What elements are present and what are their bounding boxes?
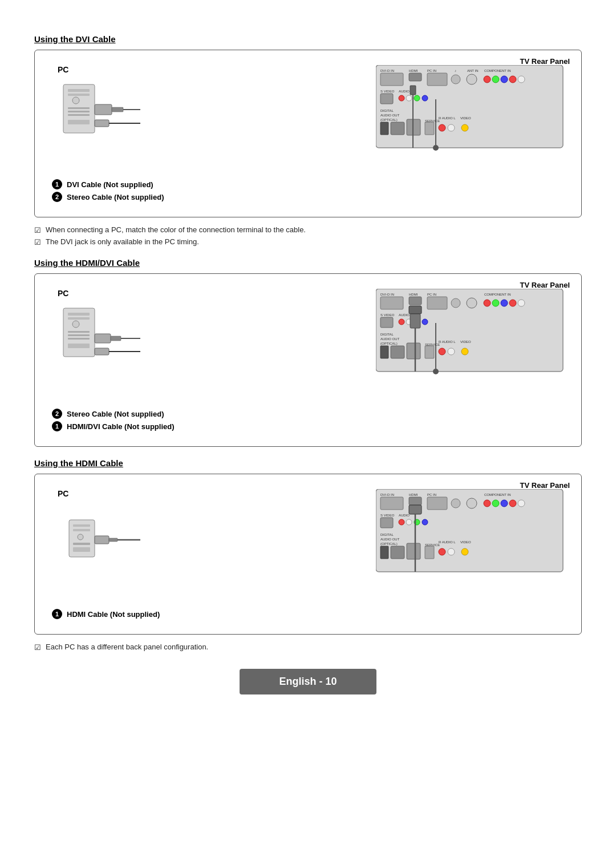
svg-point-100 [448,348,455,355]
hdmi-dvi-pc-illustration [52,302,143,394]
dvi-pc-label: PC [58,65,68,74]
svg-point-89 [422,319,428,325]
svg-rect-103 [410,314,420,328]
svg-rect-111 [73,543,90,545]
svg-text:S VIDEO: S VIDEO [380,514,395,517]
svg-rect-8 [95,104,112,115]
svg-point-134 [399,519,404,525]
svg-point-86 [399,319,404,325]
dvi-note-2: ☑ The DVI jack is only available in the … [34,237,582,247]
svg-point-36 [422,95,428,101]
svg-point-137 [422,519,428,525]
svg-text:AUDIO: AUDIO [399,90,410,93]
dvi-cable-2-text: Stereo Cable (Not supplied) [67,193,164,201]
svg-rect-95 [407,343,420,359]
svg-point-130 [518,500,525,507]
svg-text:HDMI: HDMI [409,69,418,72]
svg-rect-112 [73,547,90,552]
svg-point-3 [72,97,79,104]
svg-point-35 [414,95,420,101]
svg-point-124 [467,498,477,508]
svg-rect-9 [112,107,123,112]
svg-rect-94 [391,346,404,358]
hdmi-pc-illustration [52,503,143,594]
svg-rect-2 [68,94,90,96]
svg-point-135 [406,519,412,525]
svg-point-27 [501,76,508,83]
svg-point-47 [448,124,455,131]
svg-text:DVI-D IN: DVI-D IN [380,69,394,72]
dvi-note-2-text: The DVI jack is only available in the PC… [46,237,199,246]
footer-bar: English - 10 [240,669,376,694]
hdmi-dvi-cable-labels: 2 Stereo Cable (Not supplied) 1 HDMI/DVI… [46,405,570,437]
svg-text:R  AUDIO  L: R AUDIO L [439,116,456,120]
svg-point-110 [78,534,83,540]
hdmi-diagram-content: PC DVI-D IN [46,483,570,600]
svg-rect-97 [425,346,434,358]
svg-rect-114 [109,538,117,542]
svg-rect-62 [95,334,111,343]
svg-rect-69 [380,297,403,309]
hdmi-note-1-text: Each PC has a different back panel confi… [46,643,208,651]
svg-text:AUDIO OUT: AUDIO OUT [380,337,400,341]
svg-point-26 [492,76,499,83]
svg-point-123 [451,499,460,508]
svg-point-20 [451,75,460,84]
svg-rect-5 [68,111,90,112]
hdmi-section: Using the HDMI Cable TV Rear Panel PC [34,458,582,652]
svg-text:PC IN: PC IN [427,493,436,496]
svg-point-80 [501,300,508,306]
dvi-cable-1-text: DVI Cable (Not supplied) [67,180,153,189]
svg-text:ANT IN: ANT IN [467,69,479,72]
svg-text:VIDEO: VIDEO [460,540,471,544]
svg-rect-4 [68,107,90,109]
svg-text:DVI-D IN: DVI-D IN [380,293,394,296]
svg-text:DIGITAL: DIGITAL [380,109,394,112]
svg-rect-19 [427,73,447,86]
dvi-num-2: 2 [52,192,62,202]
hdmi-tv-panel: DVI-D IN HDMI PC IN COMPONENT IN S VIDEO [376,489,564,580]
svg-point-49 [461,124,468,131]
svg-text:R  AUDIO  L: R AUDIO L [439,540,456,544]
dvi-num-1: 1 [52,179,62,189]
svg-rect-65 [95,348,109,355]
svg-point-46 [439,124,445,131]
svg-text:HDMI: HDMI [409,293,418,296]
svg-text:DIGITAL: DIGITAL [380,533,394,536]
svg-text:S VIDEO: S VIDEO [380,313,395,317]
hdmi-dvi-title: Using the HDMI/DVI Cable [34,258,582,268]
svg-rect-143 [407,543,420,559]
svg-rect-60 [68,338,90,340]
svg-rect-61 [68,344,90,348]
dvi-diagram-content: PC [46,59,570,170]
svg-rect-74 [427,297,447,309]
svg-rect-109 [73,529,90,531]
dvi-note-icon-1: ☑ [34,226,41,235]
hdmi-pc-label: PC [58,489,68,498]
svg-rect-50 [410,86,416,95]
svg-rect-58 [68,331,90,333]
svg-rect-151 [409,505,422,514]
hdmi-note-1: ☑ Each PC has a different back panel con… [34,643,582,652]
svg-point-127 [492,500,499,507]
svg-text:AUDIO: AUDIO [399,514,410,517]
svg-text:PC IN: PC IN [427,69,436,72]
svg-point-57 [72,321,79,328]
svg-text:AUDIO: AUDIO [399,313,410,317]
svg-rect-118 [380,497,403,510]
hdmi-dvi-cable-1: 2 Stereo Cable (Not supplied) [52,409,564,419]
svg-rect-142 [391,546,404,559]
svg-rect-41 [391,122,404,135]
dvi-cable-2: 2 Stereo Cable (Not supplied) [52,192,564,202]
svg-rect-93 [380,346,388,358]
dvi-cable-1: 1 DVI Cable (Not supplied) [52,179,564,189]
svg-text:S VIDEO: S VIDEO [380,90,395,93]
svg-point-25 [484,76,491,83]
dvi-pc-area: PC [46,59,160,170]
svg-rect-59 [68,334,90,336]
svg-rect-44 [425,122,434,135]
dvi-note-icon-2: ☑ [34,238,41,247]
svg-text:AUDIO OUT: AUDIO OUT [380,114,400,117]
svg-text:R  AUDIO  L: R AUDIO L [439,340,456,344]
hdmi-dvi-num-1: 2 [52,409,62,419]
